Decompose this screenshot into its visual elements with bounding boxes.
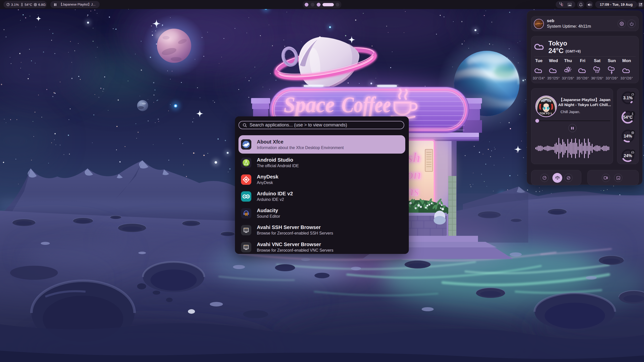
svg-text:TOKYO L: TOKYO L (539, 112, 552, 115)
svg-text:Space: Space (284, 93, 335, 117)
svg-text:Coffee: Coffee (342, 93, 391, 117)
